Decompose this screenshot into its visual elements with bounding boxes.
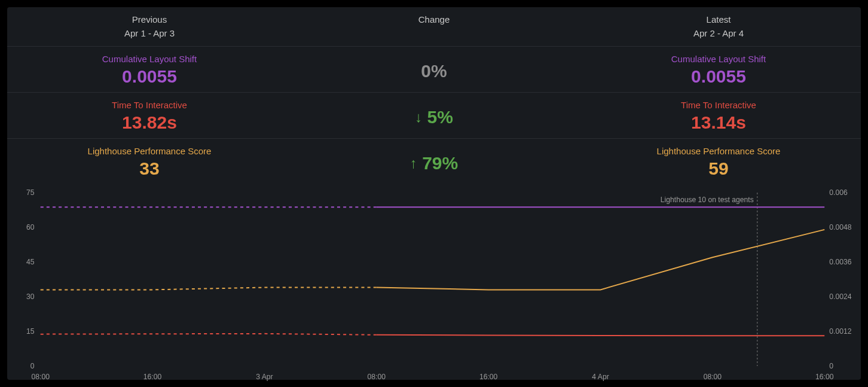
tti-change: ↓ 5%: [292, 99, 576, 127]
lhp-label-prev: Lighthouse Performance Score: [7, 145, 292, 157]
lhp-value-prev: 33: [7, 159, 292, 178]
svg-text:0.0012: 0.0012: [829, 327, 851, 336]
svg-text:30: 30: [26, 292, 35, 301]
arrow-up-icon: ↑: [410, 155, 417, 171]
svg-text:16:00: 16:00: [815, 373, 834, 381]
svg-text:0.0036: 0.0036: [829, 258, 851, 266]
lhp-change-text: 79%: [422, 153, 458, 173]
col-previous-title: Previous: [7, 13, 292, 27]
tti-label-latest: Time To Interactive: [576, 99, 861, 111]
lhp-label-latest: Lighthouse Performance Score: [576, 145, 861, 157]
cls-label-latest: Cumulative Layout Shift: [576, 53, 861, 65]
cls-change: 0%: [292, 53, 576, 81]
svg-text:0: 0: [30, 362, 35, 370]
col-previous-range: Apr 1 - Apr 3: [7, 27, 292, 41]
svg-text:4 Apr: 4 Apr: [592, 373, 609, 381]
svg-text:15: 15: [26, 327, 35, 336]
metrics-table: Previous Apr 1 - Apr 3 Change Latest Apr…: [7, 7, 861, 184]
col-latest-title: Latest: [576, 13, 861, 27]
arrow-down-icon: ↓: [415, 109, 422, 125]
lhp-change: ↑ 79%: [292, 145, 576, 173]
svg-text:0.006: 0.006: [829, 188, 848, 197]
svg-text:Lighthouse 10 on test agents: Lighthouse 10 on test agents: [661, 196, 754, 204]
tti-change-text: 5%: [427, 107, 453, 127]
col-latest-range: Apr 2 - Apr 4: [576, 27, 861, 41]
svg-text:3 Apr: 3 Apr: [256, 373, 273, 381]
header-row: Previous Apr 1 - Apr 3 Change Latest Apr…: [7, 7, 861, 47]
cls-value-latest: 0.0055: [576, 66, 861, 86]
tti-value-prev: 13.82s: [7, 112, 292, 132]
svg-text:75: 75: [26, 188, 35, 197]
tti-label-prev: Time To Interactive: [7, 99, 292, 111]
timeseries-chart[interactable]: 0153045607500.00120.00240.00360.00480.00…: [7, 187, 861, 384]
cls-value-prev: 0.0055: [7, 66, 292, 86]
row-lhp: Lighthouse Performance Score 33 ↑ 79% Li…: [7, 139, 861, 184]
svg-text:08:00: 08:00: [704, 373, 722, 381]
cls-label-prev: Cumulative Layout Shift: [7, 53, 292, 65]
svg-text:16:00: 16:00: [143, 373, 162, 381]
row-tti: Time To Interactive 13.82s ↓ 5% Time To …: [7, 93, 861, 139]
svg-text:16:00: 16:00: [479, 373, 498, 381]
svg-text:45: 45: [26, 258, 35, 266]
svg-text:0.0048: 0.0048: [829, 223, 851, 231]
dashboard-panel: Previous Apr 1 - Apr 3 Change Latest Apr…: [7, 7, 861, 380]
svg-text:08:00: 08:00: [368, 373, 386, 381]
svg-text:08:00: 08:00: [32, 373, 50, 381]
col-change-title: Change: [292, 13, 576, 27]
row-cls: Cumulative Layout Shift 0.0055 0% Cumula…: [7, 47, 861, 93]
tti-value-latest: 13.14s: [576, 112, 861, 132]
svg-text:60: 60: [26, 223, 35, 231]
lhp-value-latest: 59: [576, 159, 861, 178]
svg-text:0.0024: 0.0024: [829, 292, 851, 301]
svg-text:0: 0: [829, 362, 833, 370]
